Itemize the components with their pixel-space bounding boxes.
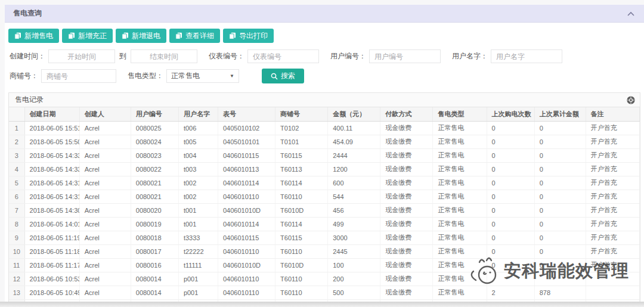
column-header[interactable]: 上次累计金额 <box>534 107 586 121</box>
column-header[interactable]: 创建日期 <box>24 107 79 121</box>
table-cell: 0080017 <box>131 244 178 258</box>
search-button[interactable]: 搜索 <box>262 69 304 83</box>
column-header[interactable]: 备注 <box>586 107 639 121</box>
column-header[interactable]: 售电类型 <box>433 107 487 121</box>
meter-no-input[interactable] <box>247 49 319 63</box>
table-cell: p001 <box>178 286 218 299</box>
table-row[interactable]: 12018-06-05 15:51:1Acrel0080025t00604050… <box>9 121 640 135</box>
column-header[interactable]: 表号 <box>218 107 275 121</box>
table-header-row: 创建日期创建人用户编号用户名字表号商铺号金额（元）付款方式售电类型上次购电次数上… <box>9 107 640 121</box>
table-cell: t002 <box>178 190 218 203</box>
table-row[interactable]: 52018-06-05 14:31:3Acrel0080021t00204060… <box>9 176 640 190</box>
table-row[interactable]: 72018-06-05 14:30:1Acrel0080020t00104060… <box>9 203 640 217</box>
table-cell: 0080020 <box>131 203 178 217</box>
table-cell: t003 <box>178 162 218 176</box>
table-cell: 正常售电 <box>433 135 487 148</box>
column-header[interactable]: 用户编号 <box>131 107 178 121</box>
row-number: 10 <box>9 244 24 258</box>
user-no-input[interactable] <box>369 49 441 63</box>
collapse-panel-icon[interactable] <box>627 11 634 16</box>
table-row[interactable]: 42018-06-05 14:33:0Acrel0080022t00304060… <box>9 162 640 176</box>
table-cell: 正常售电 <box>433 121 487 135</box>
table-row[interactable]: 62018-06-05 14:31:3Acrel0080021t00204060… <box>9 190 640 203</box>
table-row[interactable]: 112018-06-05 11:17:5Acrel0080016t1111104… <box>9 258 640 272</box>
export-print-button[interactable]: 导出打印 <box>223 29 274 43</box>
shop-no-input[interactable] <box>41 69 116 83</box>
start-time-input[interactable] <box>48 49 115 63</box>
column-header[interactable]: 付款方式 <box>380 107 433 121</box>
add-sale-button[interactable]: 新增售电 <box>8 29 59 43</box>
table-row[interactable]: 102018-06-05 11:18:4Acrel0080017t2222204… <box>9 244 640 258</box>
table-cell: 2018-06-05 11:17:5 <box>24 258 79 272</box>
row-number: 7 <box>9 203 24 217</box>
table-cell: 0 <box>534 162 586 176</box>
filter-row-1: 创建时间： 到 仪表编号： 用户编号： 用户名字： <box>10 49 644 63</box>
toolbar-button-label: 导出打印 <box>239 31 268 41</box>
toolbar: 新增售电新增充正新增退电查看详细导出打印 <box>5 23 644 43</box>
add-recharge-correction-button[interactable]: 新增充正 <box>62 29 113 43</box>
user-name-input[interactable] <box>491 49 562 63</box>
table-cell: 0080014 <box>131 272 178 286</box>
table-cell: 现金缴费 <box>380 286 433 299</box>
table-cell: 现金缴费 <box>380 272 433 286</box>
table-cell: 0 <box>487 135 534 148</box>
table-cell: 0406010115 <box>218 231 275 244</box>
table-cell: Acrel <box>79 176 131 190</box>
table-cell: Acrel <box>79 121 131 135</box>
copy-file-icon <box>229 32 236 39</box>
table-cell: T60115 <box>275 148 328 162</box>
table-cell: 454.09 <box>328 135 380 148</box>
table-row[interactable]: 82018-06-05 14:01:3Acrel0080019t00104060… <box>9 217 640 231</box>
table-cell: 3000 <box>328 231 380 244</box>
table-cell: 0080023 <box>131 148 178 162</box>
end-time-input[interactable] <box>131 49 197 63</box>
table-cell: 0 <box>534 231 586 244</box>
table-cell: Acrel <box>79 272 131 286</box>
add-refund-button[interactable]: 新增退电 <box>116 29 166 43</box>
row-number-header <box>9 107 24 121</box>
table-row[interactable]: 122018-06-05 10:53:0Acrel0080014p0010406… <box>9 272 640 286</box>
column-header[interactable]: 商铺号 <box>275 107 328 121</box>
table-cell <box>586 272 639 286</box>
table-cell: Acrel <box>79 231 131 244</box>
column-header[interactable]: 金额（元） <box>328 107 380 121</box>
table-cell: 0080019 <box>131 217 178 231</box>
table-cell: T60115 <box>275 231 328 244</box>
table-cell: Acrel <box>79 244 131 258</box>
table-cell: 开户首充 <box>586 121 639 135</box>
table-row[interactable]: 132018-06-05 10:49:5Acrel0080014p0010406… <box>9 286 640 299</box>
table-cell: 0 <box>534 135 586 148</box>
table-cell: 正常售电 <box>433 162 487 176</box>
table-cell: 开户首充 <box>586 244 639 258</box>
table-cell: 2018-06-05 14:01:3 <box>24 217 79 231</box>
copy-file-icon <box>175 32 182 39</box>
table-cell: 0 <box>487 162 534 176</box>
grid-settings-gear-icon[interactable] <box>627 96 635 104</box>
table-cell: 正常售电 <box>433 217 487 231</box>
table-row[interactable]: 22018-06-05 15:50:1Acrel0080024t00504050… <box>9 135 640 148</box>
column-header[interactable]: 创建人 <box>79 107 131 121</box>
table-cell: 499 <box>328 217 380 231</box>
table-cell: 0406010110 <box>218 286 275 299</box>
table-row[interactable]: 92018-06-05 11:19:0Acrel0080018t33330406… <box>9 231 640 244</box>
records-table: 创建日期创建人用户编号用户名字表号商铺号金额（元）付款方式售电类型上次购电次数上… <box>9 107 640 302</box>
table-cell: T6010D <box>275 203 328 217</box>
column-header[interactable]: 上次购电次数 <box>487 107 534 121</box>
user-no-label: 用户编号： <box>330 51 366 61</box>
table-cell: 正常售电 <box>433 203 487 217</box>
table-cell: 现金缴费 <box>380 231 433 244</box>
table-cell: 0 <box>487 203 534 217</box>
table-cell: 0 <box>534 217 586 231</box>
column-header[interactable]: 用户名字 <box>178 107 218 121</box>
table-cell <box>586 286 639 299</box>
table-row[interactable]: 32018-06-05 14:33:2Acrel0080023t00404060… <box>9 148 640 162</box>
copy-file-icon <box>14 32 21 39</box>
copy-file-icon <box>122 32 129 39</box>
table-cell: 0 <box>534 148 586 162</box>
view-detail-button[interactable]: 查看详细 <box>169 29 220 43</box>
sale-type-select[interactable]: 正常售电 ▼ <box>166 69 239 83</box>
row-number: 8 <box>9 217 24 231</box>
table-cell: 2018-06-05 11:19:0 <box>24 231 79 244</box>
table-cell: t005 <box>178 135 218 148</box>
table-cell: 2444 <box>328 148 380 162</box>
